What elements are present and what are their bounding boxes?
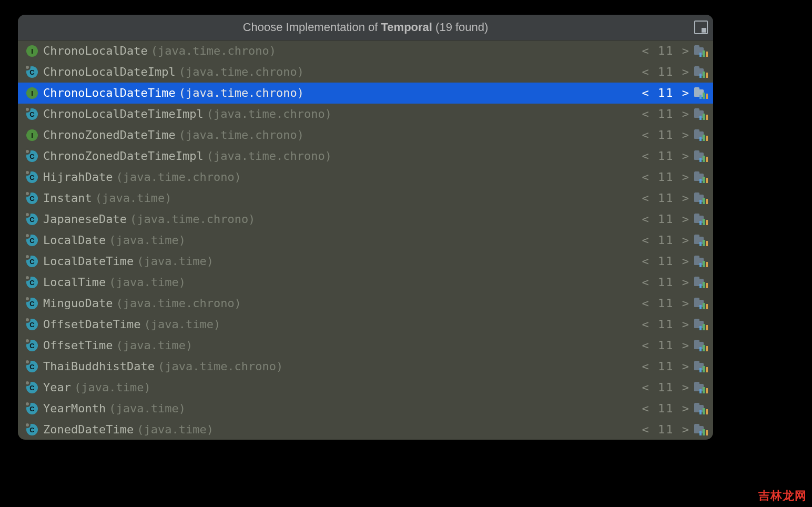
- package-name: (java.time.chrono): [151, 40, 276, 62]
- jdk-version: < 11 >: [642, 272, 690, 293]
- list-item[interactable]: CLocalDate (java.time)< 11 >: [18, 230, 713, 251]
- library-source-icon: [694, 172, 707, 182]
- library-source-icon: [694, 235, 707, 246]
- jdk-version: < 11 >: [642, 293, 690, 314]
- class-name: ChronoZonedDateTimeImpl: [43, 146, 204, 167]
- library-source-icon: [694, 256, 707, 267]
- list-item[interactable]: CLocalDateTime (java.time)< 11 >: [18, 251, 713, 272]
- jdk-version: < 11 >: [642, 377, 690, 398]
- class-type-icon: C: [25, 297, 39, 310]
- class-name: JapaneseDate: [43, 209, 127, 230]
- jdk-version: < 11 >: [642, 398, 690, 419]
- library-source-icon: [694, 424, 707, 435]
- package-name: (java.time): [144, 314, 220, 335]
- list-item[interactable]: COffsetTime (java.time)< 11 >: [18, 335, 713, 356]
- package-name: (java.time.chrono): [158, 356, 283, 377]
- list-item[interactable]: IChronoZonedDateTime (java.time.chrono)<…: [18, 125, 713, 146]
- interface-type-icon: I: [25, 128, 39, 142]
- list-item[interactable]: CChronoZonedDateTimeImpl (java.time.chro…: [18, 146, 713, 167]
- class-type-icon: C: [25, 276, 39, 289]
- class-name: LocalTime: [43, 272, 106, 293]
- library-source-icon: [694, 214, 707, 225]
- class-name: ChronoLocalDateTimeImpl: [43, 104, 204, 125]
- library-source-icon: [694, 151, 707, 161]
- class-type-icon: C: [25, 339, 39, 352]
- package-name: (java.time.chrono): [179, 125, 304, 146]
- jdk-version: < 11 >: [642, 314, 690, 335]
- class-name: OffsetTime: [43, 335, 113, 356]
- jdk-version: < 11 >: [642, 146, 690, 167]
- list-item[interactable]: CLocalTime (java.time)< 11 >: [18, 272, 713, 293]
- class-type-icon: C: [25, 234, 39, 247]
- title-prefix: Choose Implementation of: [243, 21, 381, 34]
- jdk-version: < 11 >: [642, 40, 690, 62]
- list-item[interactable]: CChronoLocalDateTimeImpl (java.time.chro…: [18, 104, 713, 125]
- library-source-icon: [694, 298, 707, 309]
- list-item[interactable]: CMinguoDate (java.time.chrono)< 11 >: [18, 293, 713, 314]
- list-item[interactable]: CThaiBuddhistDate (java.time.chrono)< 11…: [18, 356, 713, 377]
- class-type-icon: C: [25, 191, 39, 205]
- pin-window-icon[interactable]: [694, 21, 708, 34]
- jdk-version: < 11 >: [642, 209, 690, 230]
- list-item[interactable]: COffsetDateTime (java.time)< 11 >: [18, 314, 713, 335]
- package-name: (java.time.chrono): [116, 167, 241, 188]
- jdk-version: < 11 >: [642, 335, 690, 356]
- library-source-icon: [694, 319, 707, 330]
- popup-title: Choose Implementation of Temporal (19 fo…: [243, 21, 489, 34]
- class-name: OffsetDateTime: [43, 314, 140, 335]
- class-type-icon: C: [25, 255, 39, 268]
- class-name: LocalDate: [43, 230, 106, 251]
- list-item[interactable]: CYearMonth (java.time)< 11 >: [18, 398, 713, 419]
- class-type-icon: C: [25, 423, 39, 437]
- class-name: LocalDateTime: [43, 251, 134, 272]
- jdk-version: < 11 >: [642, 188, 690, 209]
- class-type-icon: C: [25, 107, 39, 121]
- class-type-icon: C: [25, 402, 39, 415]
- class-name: ZonedDateTime: [43, 419, 134, 440]
- list-item[interactable]: CInstant (java.time)< 11 >: [18, 188, 713, 209]
- title-target: Temporal: [381, 21, 432, 34]
- class-name: MinguoDate: [43, 293, 113, 314]
- package-name: (java.time): [137, 419, 214, 440]
- jdk-version: < 11 >: [642, 125, 690, 146]
- library-source-icon: [694, 130, 707, 140]
- jdk-version: < 11 >: [642, 167, 690, 188]
- list-item[interactable]: CZonedDateTime (java.time)< 11 >: [18, 419, 713, 440]
- package-name: (java.time): [137, 251, 214, 272]
- class-name: Year: [43, 377, 71, 398]
- list-item[interactable]: IChronoLocalDateTime (java.time.chrono)<…: [18, 83, 713, 104]
- library-source-icon: [694, 193, 707, 204]
- class-name: ChronoLocalDateTime: [43, 83, 176, 104]
- package-name: (java.time): [95, 188, 172, 209]
- list-item[interactable]: IChronoLocalDate (java.time.chrono)< 11 …: [18, 40, 713, 62]
- class-name: ChronoZonedDateTime: [43, 125, 176, 146]
- library-source-icon: [694, 46, 707, 56]
- list-item[interactable]: CHijrahDate (java.time.chrono)< 11 >: [18, 167, 713, 188]
- interface-type-icon: I: [25, 44, 39, 58]
- package-name: (java.time): [109, 398, 186, 419]
- watermark-text: 吉林龙网: [758, 490, 807, 502]
- package-name: (java.time): [109, 230, 186, 251]
- package-name: (java.time): [109, 272, 186, 293]
- package-name: (java.time.chrono): [130, 209, 255, 230]
- package-name: (java.time): [116, 335, 192, 356]
- package-name: (java.time.chrono): [179, 62, 304, 83]
- list-item[interactable]: CJapaneseDate (java.time.chrono)< 11 >: [18, 209, 713, 230]
- list-item[interactable]: CYear (java.time)< 11 >: [18, 377, 713, 398]
- implementation-list[interactable]: IChronoLocalDate (java.time.chrono)< 11 …: [18, 40, 713, 440]
- jdk-version: < 11 >: [642, 251, 690, 272]
- jdk-version: < 11 >: [642, 104, 690, 125]
- package-name: (java.time.chrono): [207, 146, 332, 167]
- interface-type-icon: I: [25, 86, 39, 100]
- jdk-version: < 11 >: [642, 62, 690, 83]
- package-name: (java.time.chrono): [116, 293, 241, 314]
- list-item[interactable]: CChronoLocalDateImpl (java.time.chrono)<…: [18, 62, 713, 83]
- library-source-icon: [694, 382, 707, 393]
- class-name: HijrahDate: [43, 167, 113, 188]
- class-name: ChronoLocalDate: [43, 40, 148, 62]
- class-type-icon: C: [25, 65, 39, 79]
- choose-implementation-popup: Choose Implementation of Temporal (19 fo…: [18, 15, 713, 440]
- jdk-version: < 11 >: [642, 419, 690, 440]
- package-name: (java.time.chrono): [179, 83, 304, 104]
- library-source-icon: [694, 403, 707, 414]
